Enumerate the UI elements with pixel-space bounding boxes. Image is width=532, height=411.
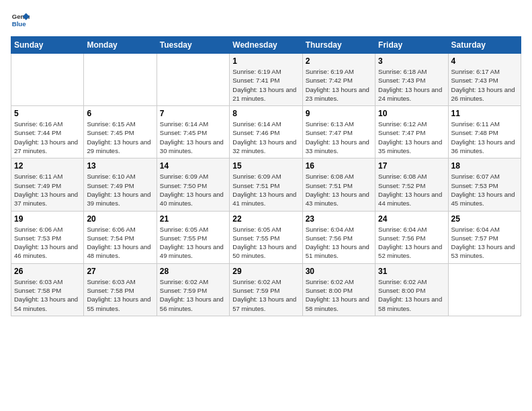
day-number: 6 — [87, 109, 153, 118]
day-number: 12 — [14, 161, 81, 171]
column-header-friday: Friday — [375, 37, 448, 54]
day-info: Sunrise: 6:08 AM Sunset: 7:51 PM Dayligh… — [306, 172, 372, 208]
day-number: 18 — [451, 161, 518, 171]
day-number: 26 — [14, 267, 81, 276]
day-info: Sunrise: 6:04 AM Sunset: 7:57 PM Dayligh… — [451, 225, 518, 261]
day-info: Sunrise: 6:19 AM Sunset: 7:42 PM Dayligh… — [306, 67, 372, 103]
day-info: Sunrise: 6:16 AM Sunset: 7:44 PM Dayligh… — [14, 120, 81, 155]
day-number: 17 — [378, 161, 445, 171]
day-info: Sunrise: 6:09 AM Sunset: 7:50 PM Dayligh… — [160, 172, 226, 208]
column-header-thursday: Thursday — [302, 37, 375, 54]
day-info: Sunrise: 6:07 AM Sunset: 7:53 PM Dayligh… — [451, 172, 518, 208]
day-number: 8 — [232, 109, 299, 118]
day-number: 7 — [160, 109, 226, 118]
day-info: Sunrise: 6:09 AM Sunset: 7:51 PM Dayligh… — [232, 172, 299, 208]
day-info: Sunrise: 6:17 AM Sunset: 7:43 PM Dayligh… — [451, 67, 518, 103]
calendar-cell: 30Sunrise: 6:02 AM Sunset: 8:00 PM Dayli… — [302, 263, 375, 316]
day-number: 15 — [232, 161, 299, 171]
calendar-cell: 21Sunrise: 6:05 AM Sunset: 7:55 PM Dayli… — [157, 211, 229, 263]
calendar-week-5: 26Sunrise: 6:03 AM Sunset: 7:58 PM Dayli… — [11, 263, 521, 316]
calendar-cell: 5Sunrise: 6:16 AM Sunset: 7:44 PM Daylig… — [11, 106, 84, 158]
calendar-cell: 17Sunrise: 6:08 AM Sunset: 7:52 PM Dayli… — [375, 158, 448, 211]
calendar-cell: 15Sunrise: 6:09 AM Sunset: 7:51 PM Dayli… — [230, 158, 302, 211]
day-info: Sunrise: 6:04 AM Sunset: 7:56 PM Dayligh… — [306, 225, 372, 261]
column-header-sunday: Sunday — [11, 37, 84, 54]
day-number: 25 — [451, 214, 518, 224]
calendar-cell: 22Sunrise: 6:05 AM Sunset: 7:55 PM Dayli… — [230, 211, 302, 263]
calendar-cell: 8Sunrise: 6:14 AM Sunset: 7:46 PM Daylig… — [230, 106, 302, 158]
day-number: 4 — [451, 56, 518, 66]
day-info: Sunrise: 6:14 AM Sunset: 7:46 PM Dayligh… — [232, 120, 299, 155]
day-info: Sunrise: 6:08 AM Sunset: 7:52 PM Dayligh… — [378, 172, 445, 208]
calendar-cell: 23Sunrise: 6:04 AM Sunset: 7:56 PM Dayli… — [302, 211, 375, 263]
day-number: 21 — [160, 214, 226, 224]
calendar-cell: 13Sunrise: 6:10 AM Sunset: 7:49 PM Dayli… — [84, 158, 157, 211]
day-number: 13 — [87, 161, 153, 171]
calendar-cell: 19Sunrise: 6:06 AM Sunset: 7:53 PM Dayli… — [11, 211, 84, 263]
day-info: Sunrise: 6:19 AM Sunset: 7:41 PM Dayligh… — [232, 67, 299, 103]
day-info: Sunrise: 6:03 AM Sunset: 7:58 PM Dayligh… — [14, 277, 81, 313]
day-info: Sunrise: 6:10 AM Sunset: 7:49 PM Dayligh… — [87, 172, 153, 208]
day-info: Sunrise: 6:02 AM Sunset: 7:59 PM Dayligh… — [160, 277, 226, 313]
column-header-monday: Monday — [84, 37, 157, 54]
day-number: 10 — [378, 109, 445, 118]
calendar-cell — [11, 54, 84, 106]
calendar-cell: 24Sunrise: 6:04 AM Sunset: 7:56 PM Dayli… — [375, 211, 448, 263]
calendar-cell — [84, 54, 157, 106]
calendar-cell: 28Sunrise: 6:02 AM Sunset: 7:59 PM Dayli… — [157, 263, 229, 316]
calendar-cell: 27Sunrise: 6:03 AM Sunset: 7:58 PM Dayli… — [84, 263, 157, 316]
day-info: Sunrise: 6:11 AM Sunset: 7:49 PM Dayligh… — [14, 172, 81, 208]
day-number: 23 — [306, 214, 372, 224]
calendar-cell: 6Sunrise: 6:15 AM Sunset: 7:45 PM Daylig… — [84, 106, 157, 158]
logo: General Blue — [11, 11, 30, 30]
calendar-table: SundayMondayTuesdayWednesdayThursdayFrid… — [11, 36, 521, 316]
day-number: 2 — [306, 56, 372, 66]
day-number: 1 — [232, 56, 299, 66]
calendar-cell: 25Sunrise: 6:04 AM Sunset: 7:57 PM Dayli… — [448, 211, 521, 263]
day-info: Sunrise: 6:13 AM Sunset: 7:47 PM Dayligh… — [306, 120, 372, 155]
day-info: Sunrise: 6:02 AM Sunset: 8:00 PM Dayligh… — [378, 277, 445, 313]
day-number: 3 — [378, 56, 445, 66]
day-number: 19 — [14, 214, 81, 224]
day-info: Sunrise: 6:05 AM Sunset: 7:55 PM Dayligh… — [160, 225, 226, 261]
day-info: Sunrise: 6:06 AM Sunset: 7:53 PM Dayligh… — [14, 225, 81, 261]
page-header: General Blue — [11, 11, 521, 30]
calendar-cell: 1Sunrise: 6:19 AM Sunset: 7:41 PM Daylig… — [230, 54, 302, 106]
calendar-week-4: 19Sunrise: 6:06 AM Sunset: 7:53 PM Dayli… — [11, 211, 521, 263]
calendar-cell: 4Sunrise: 6:17 AM Sunset: 7:43 PM Daylig… — [448, 54, 521, 106]
calendar-cell: 16Sunrise: 6:08 AM Sunset: 7:51 PM Dayli… — [302, 158, 375, 211]
calendar-cell: 31Sunrise: 6:02 AM Sunset: 8:00 PM Dayli… — [375, 263, 448, 316]
calendar-cell: 26Sunrise: 6:03 AM Sunset: 7:58 PM Dayli… — [11, 263, 84, 316]
day-number: 28 — [160, 267, 226, 276]
calendar-week-1: 1Sunrise: 6:19 AM Sunset: 7:41 PM Daylig… — [11, 54, 521, 106]
day-number: 9 — [306, 109, 372, 118]
calendar-cell: 2Sunrise: 6:19 AM Sunset: 7:42 PM Daylig… — [302, 54, 375, 106]
calendar-cell: 3Sunrise: 6:18 AM Sunset: 7:43 PM Daylig… — [375, 54, 448, 106]
day-number: 27 — [87, 267, 153, 276]
day-number: 14 — [160, 161, 226, 171]
day-info: Sunrise: 6:02 AM Sunset: 8:00 PM Dayligh… — [306, 277, 372, 313]
calendar-week-3: 12Sunrise: 6:11 AM Sunset: 7:49 PM Dayli… — [11, 158, 521, 211]
svg-text:Blue: Blue — [12, 20, 26, 28]
day-number: 30 — [306, 267, 372, 276]
day-info: Sunrise: 6:06 AM Sunset: 7:54 PM Dayligh… — [87, 225, 153, 261]
header-row: SundayMondayTuesdayWednesdayThursdayFrid… — [11, 37, 521, 54]
calendar-cell: 20Sunrise: 6:06 AM Sunset: 7:54 PM Dayli… — [84, 211, 157, 263]
day-info: Sunrise: 6:14 AM Sunset: 7:45 PM Dayligh… — [160, 120, 226, 155]
calendar-cell: 11Sunrise: 6:11 AM Sunset: 7:48 PM Dayli… — [448, 106, 521, 158]
day-info: Sunrise: 6:18 AM Sunset: 7:43 PM Dayligh… — [378, 67, 445, 103]
calendar-cell — [448, 263, 521, 316]
day-info: Sunrise: 6:11 AM Sunset: 7:48 PM Dayligh… — [451, 120, 518, 155]
calendar-cell: 10Sunrise: 6:12 AM Sunset: 7:47 PM Dayli… — [375, 106, 448, 158]
day-info: Sunrise: 6:05 AM Sunset: 7:55 PM Dayligh… — [232, 225, 299, 261]
day-info: Sunrise: 6:04 AM Sunset: 7:56 PM Dayligh… — [378, 225, 445, 261]
day-info: Sunrise: 6:12 AM Sunset: 7:47 PM Dayligh… — [378, 120, 445, 155]
calendar-cell: 12Sunrise: 6:11 AM Sunset: 7:49 PM Dayli… — [11, 158, 84, 211]
day-number: 16 — [306, 161, 372, 171]
day-info: Sunrise: 6:03 AM Sunset: 7:58 PM Dayligh… — [87, 277, 153, 313]
calendar-week-2: 5Sunrise: 6:16 AM Sunset: 7:44 PM Daylig… — [11, 106, 521, 158]
column-header-saturday: Saturday — [448, 37, 521, 54]
calendar-cell — [157, 54, 229, 106]
day-number: 5 — [14, 109, 81, 118]
calendar-cell: 18Sunrise: 6:07 AM Sunset: 7:53 PM Dayli… — [448, 158, 521, 211]
